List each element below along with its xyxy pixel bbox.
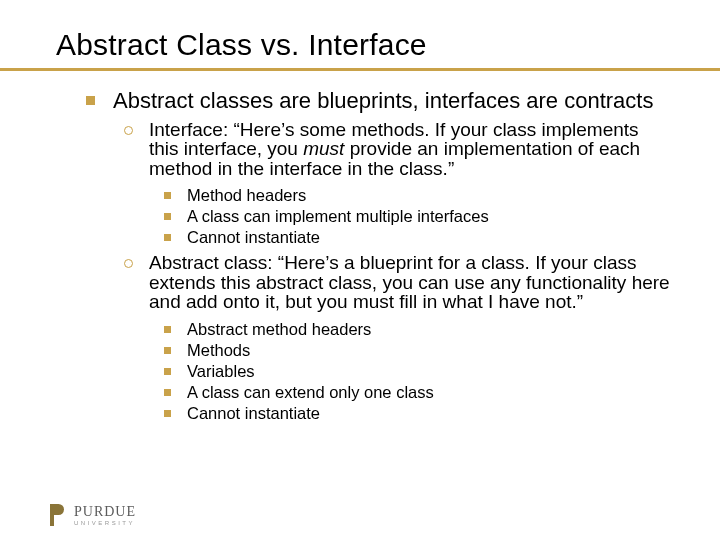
abstract-p3: Variables [187, 362, 255, 381]
bullet-abstract-p3: Variables [56, 362, 672, 381]
interface-must: must [303, 138, 344, 159]
accent-rule [0, 68, 720, 71]
square-bullet-icon [164, 389, 171, 396]
square-bullet-icon [164, 234, 171, 241]
square-bullet-icon [164, 410, 171, 417]
bullet-interface: Interface: “Here’s some methods. If your… [56, 120, 672, 179]
bullet-interface-p3: Cannot instantiate [56, 228, 672, 247]
square-bullet-icon [86, 96, 95, 105]
interface-text: Interface: “Here’s some methods. If your… [149, 120, 672, 179]
purdue-logo-icon [48, 504, 68, 526]
logo-name: PURDUE [74, 505, 136, 519]
circle-bullet-icon [124, 126, 133, 135]
square-bullet-icon [164, 368, 171, 375]
abstract-text: Abstract class: “Here’s a blueprint for … [149, 253, 672, 312]
bullet-abstract-p5: Cannot instantiate [56, 404, 672, 423]
abstract-p2: Methods [187, 341, 250, 360]
abstract-p4: A class can extend only one class [187, 383, 434, 402]
bullet-abstract-p2: Methods [56, 341, 672, 360]
bullet-abstract-p1: Abstract method headers [56, 320, 672, 339]
bullet-abstract: Abstract class: “Here’s a blueprint for … [56, 253, 672, 312]
bullet-interface-p1: Method headers [56, 186, 672, 205]
slide-title: Abstract Class vs. Interface [56, 28, 672, 62]
interface-p1: Method headers [187, 186, 306, 205]
square-bullet-icon [164, 192, 171, 199]
slide: Abstract Class vs. Interface Abstract cl… [0, 0, 720, 423]
square-bullet-icon [164, 213, 171, 220]
abstract-p5: Cannot instantiate [187, 404, 320, 423]
square-bullet-icon [164, 326, 171, 333]
interface-p2: A class can implement multiple interface… [187, 207, 489, 226]
square-bullet-icon [164, 347, 171, 354]
bullet-interface-p2: A class can implement multiple interface… [56, 207, 672, 226]
bullet-main: Abstract classes are blueprints, interfa… [56, 89, 672, 114]
abstract-p1: Abstract method headers [187, 320, 371, 339]
bullet-abstract-p4: A class can extend only one class [56, 383, 672, 402]
logo-sub: UNIVERSITY [74, 520, 136, 526]
purdue-logo: PURDUE UNIVERSITY [48, 504, 136, 526]
circle-bullet-icon [124, 259, 133, 268]
interface-p3: Cannot instantiate [187, 228, 320, 247]
main-text: Abstract classes are blueprints, interfa… [113, 89, 653, 114]
purdue-logo-text: PURDUE UNIVERSITY [74, 505, 136, 526]
